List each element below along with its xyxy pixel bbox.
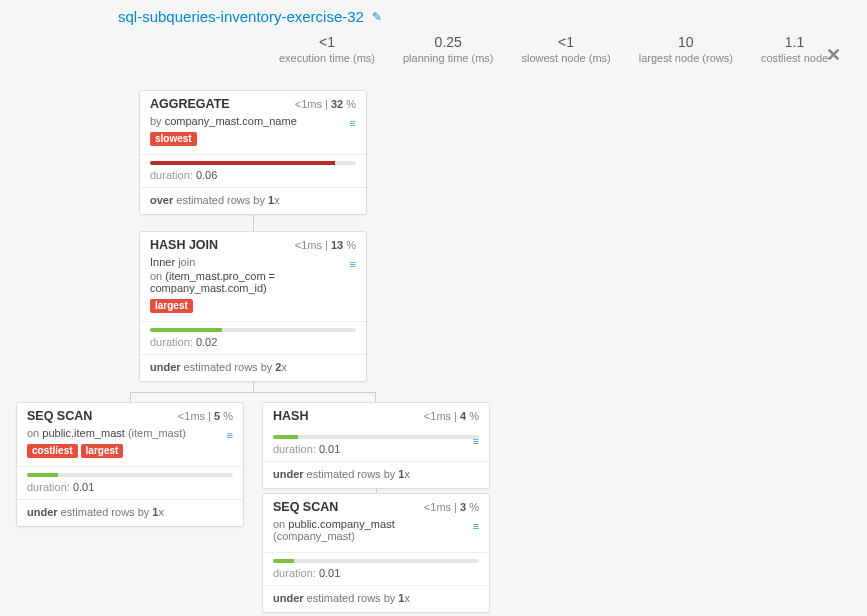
badge-costliest: costliest — [27, 444, 78, 458]
node-time-pct: <1ms | 5 % — [178, 410, 233, 422]
node-detail: on public.company_mast (company_mast) — [273, 518, 453, 542]
plan-title-row: sql-subqueries-inventory-exercise-32 ✎ — [118, 8, 382, 25]
estimate-row: under estimated rows by 1x — [17, 500, 243, 526]
disk-icon[interactable]: ≡ — [227, 429, 233, 441]
connector — [253, 215, 254, 231]
estimate-row: over estimated rows by 1x — [140, 188, 366, 214]
duration-row: duration: 0.01 — [263, 439, 489, 462]
duration-row: duration: 0.01 — [263, 563, 489, 586]
stat-label: costliest node — [761, 52, 828, 64]
node-detail: by company_mast.com_name — [150, 115, 356, 127]
node-detail: on public.item_mast (item_mast) — [27, 427, 233, 439]
badge-slowest: slowest — [150, 132, 197, 146]
estimate-row: under estimated rows by 2x — [140, 355, 366, 381]
stat-label: largest node (rows) — [639, 52, 733, 64]
stat-label: execution time (ms) — [279, 52, 375, 64]
duration-row: duration: 0.06 — [140, 165, 366, 188]
disk-icon[interactable]: ≡ — [350, 258, 356, 270]
stat-value: <1 — [279, 34, 375, 50]
stat-execution-time: <1 execution time (ms) — [265, 34, 389, 64]
duration-bar — [273, 435, 479, 439]
stat-value: <1 — [521, 34, 610, 50]
plan-node-hash[interactable]: HASH <1ms | 4 % ≡ duration: 0.01 under e… — [262, 402, 490, 489]
badge-largest: largest — [150, 299, 193, 313]
node-title: HASH JOIN — [150, 238, 218, 252]
disk-icon[interactable]: ≡ — [350, 117, 356, 129]
plan-node-hash-join[interactable]: HASH JOIN <1ms | 13 % Inner join on (ite… — [139, 231, 367, 382]
duration-bar — [27, 473, 233, 477]
node-title: SEQ SCAN — [27, 409, 92, 423]
stat-label: planning time (ms) — [403, 52, 493, 64]
stat-value: 0.25 — [403, 34, 493, 50]
duration-bar — [150, 328, 356, 332]
node-time-pct: <1ms | 13 % — [295, 239, 356, 251]
connector — [253, 382, 254, 392]
stat-value: 1.1 — [761, 34, 828, 50]
stat-value: 10 — [639, 34, 733, 50]
node-time-pct: <1ms | 4 % — [424, 410, 479, 422]
estimate-row: under estimated rows by 1x — [263, 586, 489, 612]
node-title: HASH — [273, 409, 308, 423]
node-title: SEQ SCAN — [273, 500, 338, 514]
summary-stats: <1 execution time (ms) 0.25 planning tim… — [265, 34, 849, 64]
plan-title: sql-subqueries-inventory-exercise-32 — [118, 8, 364, 25]
stat-label: slowest node (ms) — [521, 52, 610, 64]
close-icon[interactable]: ✕ — [826, 44, 841, 66]
plan-node-aggregate[interactable]: AGGREGATE <1ms | 32 % by company_mast.co… — [139, 90, 367, 215]
node-time-pct: <1ms | 3 % — [424, 501, 479, 513]
node-time-pct: <1ms | 32 % — [295, 98, 356, 110]
connector-tee — [130, 392, 376, 402]
stat-largest-node: 10 largest node (rows) — [625, 34, 747, 64]
node-detail: Inner join — [150, 256, 356, 268]
node-detail: on (item_mast.pro_com = company_mast.com… — [150, 270, 330, 294]
plan-node-seq-scan-item[interactable]: SEQ SCAN <1ms | 5 % on public.item_mast … — [16, 402, 244, 527]
disk-icon[interactable]: ≡ — [473, 520, 479, 532]
stat-slowest-node: <1 slowest node (ms) — [507, 34, 624, 64]
duration-row: duration: 0.01 — [17, 477, 243, 500]
node-title: AGGREGATE — [150, 97, 230, 111]
badge-largest: largest — [81, 444, 124, 458]
stat-planning-time: 0.25 planning time (ms) — [389, 34, 507, 64]
estimate-row: under estimated rows by 1x — [263, 462, 489, 488]
edit-icon[interactable]: ✎ — [372, 10, 382, 24]
duration-row: duration: 0.02 — [140, 332, 366, 355]
duration-bar — [150, 161, 356, 165]
plan-node-seq-scan-company[interactable]: SEQ SCAN <1ms | 3 % on public.company_ma… — [262, 493, 490, 613]
duration-bar — [273, 559, 479, 563]
